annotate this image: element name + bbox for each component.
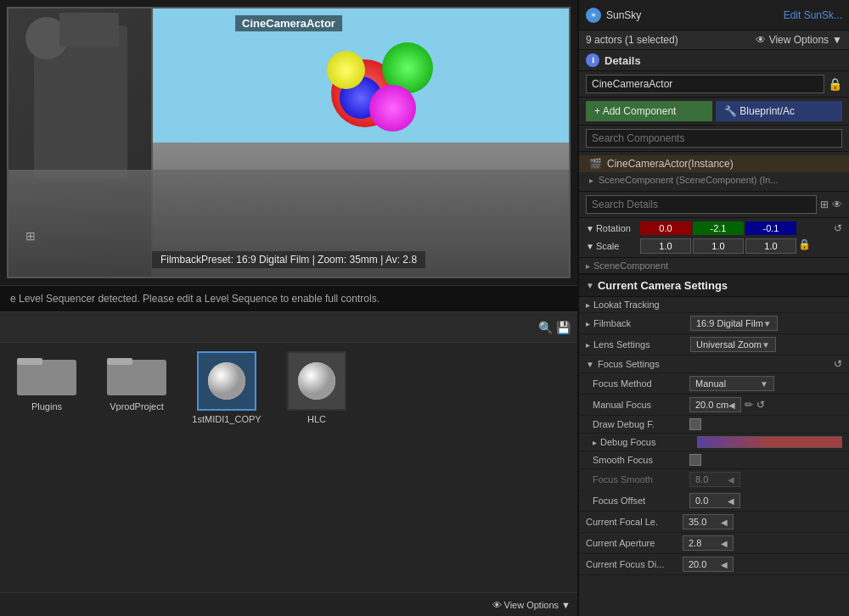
focus-smooth-field[interactable]: 8.0 ◀ [689,472,740,487]
current-focus-d-text: 20.0 [689,559,706,569]
sunsky-icon: ☀ [586,8,601,23]
draw-debug-checkbox[interactable] [689,418,701,430]
focus-offset-row: Focus Offset 0.0 ◀ [579,490,849,512]
scale-y-field[interactable] [693,238,744,254]
component-scene-icon: ▸ [589,176,593,185]
scale-fields: 🔒 [640,238,842,254]
lock-icon[interactable]: 🔒 [828,77,842,91]
current-focal-label: Current Focal Le. [586,517,679,527]
search-details-bar: ⊞ 👁 [579,192,849,218]
debug-focus-collapse[interactable]: ▸ [593,438,597,447]
focus-settings-collapse[interactable]: ▼ [586,360,594,369]
lookat-collapse[interactable]: ▸ [586,300,590,310]
focus-method-dropdown[interactable]: Manual ▼ [689,376,774,391]
search-components-bar [579,126,849,152]
lens-collapse[interactable]: ▸ [586,340,590,350]
search-details-input[interactable] [586,195,817,214]
lens-settings-dropdown-text: Universal Zoom [696,339,762,350]
actor-name-input[interactable] [586,75,824,93]
scale-x-field[interactable] [640,238,691,254]
rotation-y-field[interactable] [693,221,744,235]
manual-focus-reset[interactable]: ↺ [756,399,765,411]
actors-count: 9 actors (1 selected) [586,34,678,46]
folder-vprod[interactable]: VprodProject [98,351,175,412]
camera-settings-collapse[interactable]: ▼ [586,281,594,290]
rotation-x-field[interactable] [640,221,691,235]
focus-offset-field[interactable]: 0.0 ◀ [689,493,740,508]
filmback-dropdown-text: 16:9 Digital Film [696,318,763,328]
save-icon[interactable]: 💾 [556,321,571,334]
current-focal-value: 35.0 ◀ [683,514,842,529]
scale-z-field[interactable] [745,238,796,254]
sunsky-label: SunSky [606,9,641,21]
eye-icon-right: 👁 [756,34,766,46]
rotation-z-field[interactable] [745,221,796,235]
current-aperture-field[interactable]: 2.8 ◀ [683,535,734,551]
smooth-focus-checkbox[interactable] [689,454,701,466]
content-bottom-bar: 👁 View Options ▼ [0,592,577,616]
draw-debug-row: Draw Debug F. [579,416,849,434]
grid-icon[interactable]: ⊞ [820,199,829,210]
add-component-button[interactable]: + Add Component [586,101,712,121]
lookat-label: Lookat Tracking [593,300,687,310]
filmback-collapse[interactable]: ▸ [586,319,590,328]
blueprint-button[interactable]: 🔧 Blueprint/Ac [716,101,842,121]
current-focal-field[interactable]: 35.0 ◀ [683,514,734,529]
current-focus-d-row: Current Focus Di... 20.0 ◀ [579,554,849,575]
scale-lock-icon[interactable]: 🔒 [798,238,811,254]
current-focus-d-field[interactable]: 20.0 ◀ [683,557,734,572]
scene-component-row[interactable]: ▸ SceneComponent [579,258,849,273]
focus-settings-reset[interactable]: ↺ [834,358,842,370]
draw-debug-value [689,418,842,430]
component-instance-label: CineCameraActor(Instance) [607,158,734,170]
actors-bar: 9 actors (1 selected) 👁 View Options ▼ [579,31,849,50]
actor-name-bar: 🔒 [579,71,849,98]
current-focal-row: Current Focal Le. 35.0 ◀ [579,512,849,533]
svg-rect-3 [107,358,132,365]
manual-focus-field[interactable]: 20.0 cm ◀ [689,397,741,412]
focus-settings-label: Focus Settings [598,359,691,369]
component-list: 🎬 CineCameraActor(Instance) ▸ SceneCompo… [579,152,849,192]
svg-point-7 [298,362,335,400]
folder-plugins[interactable]: Plugins [8,351,85,412]
viewport-title: CineCameraActor [235,15,342,31]
manual-focus-text: 20.0 cm [695,400,728,410]
folder-vprod-label: VprodProject [110,401,164,412]
lens-settings-row: ▸ Lens Settings Universal Zoom ▼ [579,334,849,356]
lens-settings-arrow: ▼ [762,340,770,350]
lens-settings-dropdown[interactable]: Universal Zoom ▼ [690,337,776,352]
search-icon[interactable]: 🔍 [538,321,553,334]
content-browser-toolbar: 🔍 💾 [0,312,577,343]
content-browser-grid: Plugins VprodProject [0,343,577,592]
asset-1stmidi1[interactable]: 1stMIDI1_COPY [188,351,265,424]
svg-rect-0 [17,360,76,395]
search-components-input[interactable] [586,129,842,148]
scale-row: ▼ Scale 🔒 [579,237,849,255]
svg-point-5 [208,362,245,400]
sequencer-bar: e Level Sequencer detected. Please edit … [0,285,577,311]
component-scene-item[interactable]: ▸ SceneComponent (SceneComponent) (In... [579,172,849,188]
rotation-row: ▼ Rotation ↺ [579,220,849,237]
scale-collapse[interactable]: ▼ [586,242,594,251]
eye-detail-icon[interactable]: 👁 [832,199,842,210]
focus-offset-label: Focus Offset [593,496,686,506]
content-view-options-button[interactable]: 👁 View Options ▼ [492,600,571,610]
asset-hlc[interactable]: HLC [278,351,355,424]
rotation-label: ▼ Rotation [586,223,637,233]
debug-focus-color-bar[interactable] [697,436,842,448]
left-panel: CineCameraActor FilmbackPreset: 16:9 Dig… [0,0,577,616]
sunsky-bar: ☀ SunSky Edit SunSk... [579,0,849,31]
details-section: ℹ Details [579,50,849,71]
focus-method-dropdown-text: Manual [695,378,726,389]
asset-1stmidi1-label: 1stMIDI1_COPY [192,414,261,424]
component-instance-item[interactable]: 🎬 CineCameraActor(Instance) [579,155,849,172]
sunsky-section: ☀ SunSky [586,8,641,23]
rotation-collapse[interactable]: ▼ [586,224,594,233]
edit-sunsky-link[interactable]: Edit SunSk... [784,9,842,21]
filmback-label: Filmback [593,318,687,328]
rotation-reset-icon[interactable]: ↺ [834,222,842,234]
focus-smooth-text: 8.0 [695,474,708,484]
filmback-dropdown[interactable]: 16:9 Digital Film ▼ [690,316,778,331]
view-options-button[interactable]: 👁 View Options ▼ [756,34,842,46]
pencil-icon[interactable]: ✏ [745,399,753,411]
